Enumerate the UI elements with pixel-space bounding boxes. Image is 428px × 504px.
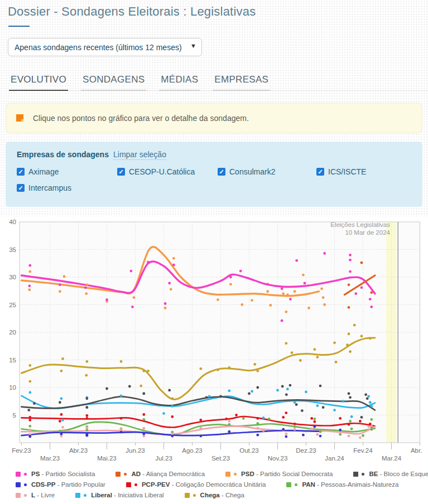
poll-point-pcp[interactable] [85,417,88,420]
poll-point-pcp[interactable] [348,423,350,426]
poll-point-chega[interactable] [140,385,142,387]
poll-point-pcp[interactable] [256,417,259,420]
recent-polls-select[interactable]: Apenas sondagens recentes (últimos 12 me… [8,38,202,56]
poll-point-ps[interactable] [131,306,134,308]
company-checkbox-consulmark2[interactable]: ✓Consulmark2 [218,167,316,176]
poll-point-pan[interactable] [370,428,373,431]
poll-point-cds[interactable] [339,429,342,432]
poll-point-chega[interactable] [313,348,316,351]
poll-point-be[interactable] [256,386,259,389]
poll-point-psd[interactable] [241,303,243,306]
poll-point-chega[interactable] [291,351,294,354]
poll-point-psd[interactable] [282,292,285,295]
poll-point-ps[interactable] [229,276,232,279]
poll-point-psd[interactable] [229,283,232,285]
poll-point-chega[interactable] [333,341,336,344]
poll-point-psd[interactable] [164,307,167,309]
legend-item-pcp[interactable]: PCP-PEV - Coligação Democrática Unitária [126,481,266,488]
poll-point-cds[interactable] [199,435,202,438]
poll-point-il[interactable] [61,419,64,421]
poll-point-psd[interactable] [323,303,326,306]
poll-point-be[interactable] [85,406,88,409]
poll-point-ps[interactable] [164,302,167,305]
poll-point-livre[interactable] [28,429,31,432]
tab-médias[interactable]: MÉDIAS [159,74,200,91]
poll-point-cds[interactable] [120,431,123,434]
poll-point-il[interactable] [228,390,230,392]
poll-point-ps[interactable] [28,284,31,287]
poll-point-cds[interactable] [319,435,322,438]
poll-point-il[interactable] [370,405,373,408]
poll-point-psd[interactable] [59,290,61,293]
company-checkbox-cesop-u-cat-lica[interactable]: ✓CESOP-U.Católica [117,167,218,176]
poll-point-il[interactable] [286,388,289,391]
legend-item-livre[interactable]: L - Livre [16,492,55,498]
poll-point-chega[interactable] [353,324,356,327]
poll-point-il[interactable] [208,395,211,398]
poll-point-psd[interactable] [170,288,172,290]
poll-point-livre[interactable] [294,428,296,431]
poll-point-ps[interactable] [129,270,132,273]
poll-point-chega[interactable] [348,333,350,336]
poll-point-il[interactable] [305,391,307,394]
poll-point-psd[interactable] [307,307,310,309]
legend-item-il[interactable]: Liberal - Iniciativa Liberal [75,492,163,498]
poll-point-pcp[interactable] [120,417,123,420]
poll-point-psd[interactable] [172,257,175,260]
poll-point-chega[interactable] [349,350,352,353]
legend-item-chega[interactable]: Chega - Chega [185,492,244,498]
poll-point-ps[interactable] [349,270,352,273]
poll-point-livre[interactable] [310,428,313,430]
poll-point-pcp[interactable] [294,423,296,425]
legend-item-ps[interactable]: PS - Partido Socialista [16,471,95,477]
poll-point-be[interactable] [319,385,322,387]
poll-point-psd[interactable] [320,287,323,290]
legend-item-ad[interactable]: AD - Aliança Democrática [116,471,205,477]
poll-point-chega[interactable] [85,360,88,363]
poll-point-ps[interactable] [168,282,171,284]
poll-point-be[interactable] [281,385,284,388]
poll-point-pcp[interactable] [285,411,287,414]
poll-point-chega[interactable] [299,359,302,362]
poll-point-cds[interactable] [282,428,285,431]
poll-point-pan[interactable] [349,420,352,423]
poll-point-pcp[interactable] [313,420,316,423]
poll-point-livre[interactable] [199,427,202,430]
poll-point-ps[interactable] [105,298,108,301]
poll-point-be[interactable] [360,416,363,419]
tab-evolutivo[interactable]: EVOLUTIVO [9,74,68,91]
poll-point-cds[interactable] [285,435,287,438]
poll-point-il[interactable] [171,405,174,408]
poll-point-be[interactable] [168,389,171,392]
poll-point-il[interactable] [60,397,63,400]
poll-point-livre[interactable] [285,433,287,435]
poll-point-pan[interactable] [242,417,245,420]
poll-point-psd[interactable] [251,299,253,302]
poll-point-be[interactable] [289,384,292,387]
poll-point-chega[interactable] [147,370,150,372]
legend-item-cds[interactable]: CDS-PP - Partido Popular [16,481,105,488]
poll-point-chega[interactable] [60,370,63,372]
poll-point-ps[interactable] [349,259,352,261]
poll-point-ps[interactable] [59,283,61,286]
poll-point-ps[interactable] [281,287,283,290]
poll-point-cds[interactable] [142,433,145,435]
poll-point-livre[interactable] [348,435,350,438]
poll-point-chega[interactable] [256,370,259,372]
poll-point-il[interactable] [162,412,165,415]
poll-point-il[interactable] [350,415,353,418]
poll-point-il[interactable] [342,400,344,403]
poll-point-livre[interactable] [142,427,145,430]
poll-point-il[interactable] [28,391,31,394]
poll-point-ps[interactable] [349,254,352,256]
poll-point-chega[interactable] [120,360,123,363]
poll-point-pan[interactable] [228,423,230,426]
poll-point-ps[interactable] [172,264,175,266]
poll-point-chega[interactable] [142,370,145,372]
poll-point-be[interactable] [348,392,350,395]
poll-point-livre[interactable] [262,429,265,432]
checkbox-checked-icon[interactable]: ✓ [17,168,25,176]
poll-point-chega[interactable] [316,356,319,358]
poll-point-cds[interactable] [256,434,259,437]
poll-point-il[interactable] [276,389,279,392]
